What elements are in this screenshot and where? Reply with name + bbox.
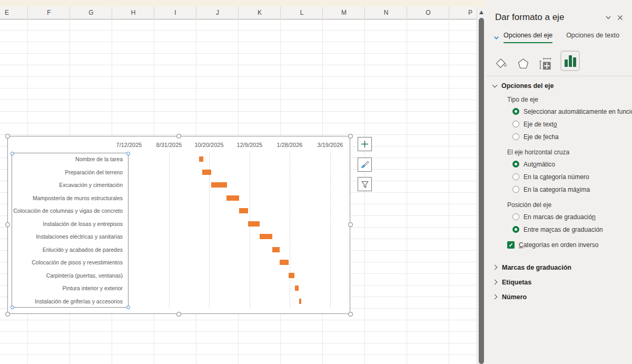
- radio-option[interactable]: Seleccionar automáticamente en función: [512, 105, 632, 118]
- column-header-H[interactable]: H: [131, 9, 136, 16]
- radio-icon[interactable]: [512, 121, 519, 127]
- column-header-F[interactable]: F: [47, 9, 51, 16]
- column-header-G[interactable]: G: [88, 9, 93, 16]
- vertical-gridline: [250, 153, 250, 308]
- vertical-gridline: [330, 153, 331, 308]
- chart-handle-mid-right[interactable]: [348, 222, 353, 227]
- date-axis-label: 10/20/2025: [194, 142, 223, 148]
- radio-option[interactable]: Entre marcas de graduación: [512, 223, 632, 236]
- chart-handle-mid-left[interactable]: [5, 222, 10, 227]
- gantt-bar[interactable]: [272, 247, 280, 252]
- chart-handle-bottom-right[interactable]: [348, 312, 353, 317]
- checkbox-categories-reverse[interactable]: ✓ Categorías en orden inverso: [507, 239, 632, 251]
- chevron-down-icon: [492, 82, 498, 87]
- size-arrows-icon: [538, 57, 552, 71]
- gantt-bar[interactable]: [295, 286, 299, 291]
- task-label: Nombre de la tarea: [8, 153, 123, 166]
- tab-axis-options[interactable]: Opciones del eje: [503, 32, 552, 43]
- date-axis-label: 1/28/2026: [277, 142, 303, 148]
- radio-selected-icon[interactable]: [512, 108, 519, 115]
- gantt-bar[interactable]: [211, 182, 227, 188]
- effects-button[interactable]: [516, 57, 530, 71]
- chart-handle-top-right[interactable]: [348, 134, 353, 139]
- date-axis-label: 7/12/2025: [116, 142, 142, 148]
- collapsed-section-title: Número: [502, 293, 527, 301]
- chart-filters-button[interactable]: [358, 177, 372, 191]
- chart-elements-button[interactable]: [358, 137, 372, 151]
- task-label: Colocación de pisos y revestimientos: [8, 256, 123, 269]
- pane-collapse-button[interactable]: [603, 12, 614, 23]
- column-header-L[interactable]: L: [300, 9, 304, 16]
- checkbox-checked-icon[interactable]: ✓: [507, 241, 515, 249]
- axis-handle-bottom-right[interactable]: [126, 306, 130, 309]
- column-headers[interactable]: EFGHIJKLMNOP: [0, 7, 477, 19]
- format-axis-pane: Dar formato a eje Opciones del eje Opcio…: [486, 0, 632, 364]
- column-header-N[interactable]: N: [384, 9, 389, 16]
- column-header-J[interactable]: J: [216, 9, 219, 16]
- collapsed-section[interactable]: Número: [493, 290, 632, 304]
- chevron-down-icon[interactable]: [493, 34, 500, 41]
- column-header-O[interactable]: O: [426, 9, 430, 16]
- label-axis-type: Tipo de eje: [507, 96, 632, 103]
- pentagon-icon: [516, 57, 530, 71]
- chart-styles-button[interactable]: [358, 158, 372, 172]
- scrollbar-thumb[interactable]: [479, 18, 484, 364]
- axis-handle-top-right[interactable]: [126, 152, 130, 155]
- section-axis-options[interactable]: Opciones del eje: [493, 82, 632, 90]
- radio-option[interactable]: Eje de fecha: [512, 131, 632, 143]
- x-icon: [617, 14, 624, 21]
- task-label: Instalación de griferías y accesorios: [8, 295, 123, 308]
- collapsed-section[interactable]: Etiquetas: [493, 275, 632, 290]
- date-axis-label: 3/19/2026: [318, 142, 343, 148]
- date-axis-label: 12/9/2025: [237, 142, 263, 148]
- chart-handle-top-left[interactable]: [5, 134, 10, 139]
- vertical-gridline: [169, 153, 170, 308]
- gantt-bar[interactable]: [248, 221, 260, 227]
- gantt-bar[interactable]: [202, 170, 211, 175]
- gantt-bar[interactable]: [280, 260, 289, 265]
- chart-handle-top-center[interactable]: [176, 134, 181, 139]
- column-header-M[interactable]: M: [341, 9, 347, 16]
- date-axis-label: 8/31/2025: [156, 142, 182, 148]
- collapsed-section[interactable]: Marcas de graduación: [493, 260, 632, 275]
- tab-text-options[interactable]: Opciones de texto: [566, 32, 619, 44]
- radio-group-position: En marcas de graduaciónEntre marcas de g…: [486, 211, 632, 236]
- section-title: Opciones del eje: [501, 82, 554, 90]
- radio-icon[interactable]: [512, 173, 519, 180]
- vertical-scrollbar[interactable]: [477, 7, 486, 364]
- radio-label: Eje de texto: [524, 121, 557, 128]
- size-properties-button[interactable]: [538, 57, 552, 71]
- checkbox-label: Categorías en orden inverso: [519, 241, 598, 249]
- gantt-bar[interactable]: [289, 273, 294, 278]
- radio-selected-icon[interactable]: [512, 161, 519, 168]
- column-header-I[interactable]: I: [174, 9, 176, 16]
- axis-options-button[interactable]: [560, 51, 580, 71]
- scroll-up-arrow-icon[interactable]: [479, 11, 483, 14]
- fill-line-button[interactable]: [494, 57, 508, 71]
- column-header-P[interactable]: P: [468, 9, 472, 16]
- chevron-down-icon: [605, 14, 612, 21]
- chart-handle-bottom-center[interactable]: [176, 312, 181, 317]
- gantt-bar[interactable]: [239, 208, 248, 213]
- radio-option[interactable]: En marcas de graduación: [512, 211, 632, 223]
- chart-handle-bottom-left[interactable]: [5, 312, 10, 317]
- funnel-icon: [360, 180, 370, 189]
- pane-close-button[interactable]: [614, 12, 626, 23]
- gantt-bar[interactable]: [260, 234, 272, 239]
- radio-option[interactable]: En la categoría máxima: [512, 183, 632, 196]
- collapsed-section-title: Marcas de graduación: [502, 264, 571, 271]
- gantt-bar[interactable]: [299, 299, 301, 304]
- radio-option[interactable]: Eje de texto: [512, 118, 632, 131]
- column-header-K[interactable]: K: [258, 9, 262, 16]
- gantt-bar[interactable]: [226, 195, 239, 201]
- radio-selected-icon[interactable]: [512, 226, 519, 233]
- radio-icon[interactable]: [512, 186, 519, 193]
- gantt-chart[interactable]: 7/12/20258/31/202510/20/202512/9/20251/2…: [7, 136, 350, 314]
- gantt-bar[interactable]: [199, 156, 203, 162]
- task-label: Instalación de losas y entrepisos: [8, 218, 123, 231]
- radio-option[interactable]: Automático: [512, 158, 632, 171]
- radio-icon[interactable]: [512, 213, 519, 220]
- radio-option[interactable]: En la categoría número: [512, 171, 632, 183]
- column-header-E[interactable]: E: [5, 9, 9, 16]
- radio-icon[interactable]: [512, 133, 519, 140]
